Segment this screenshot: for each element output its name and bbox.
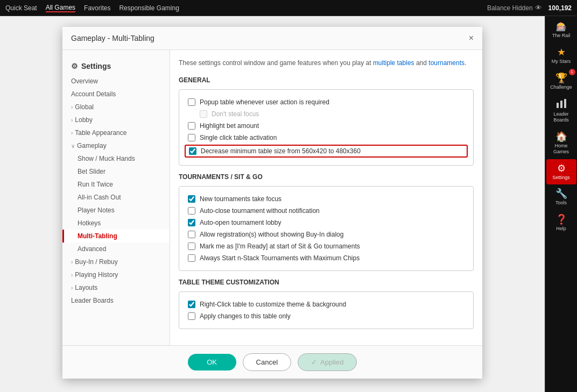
auto-close-tournament-checkbox[interactable] bbox=[188, 207, 195, 215]
always-start-nstack-label: Always Start n-Stack Tournaments with Ma… bbox=[200, 254, 360, 262]
challenge-badge: 1 bbox=[569, 69, 575, 75]
modal-footer: OK Cancel ✓ Applied bbox=[62, 345, 482, 379]
nav-item-table-appearance[interactable]: › Table Appearance bbox=[62, 126, 170, 139]
sidebar-item-home-games[interactable]: 🏠 Home Games bbox=[546, 127, 576, 159]
mark-ready-checkbox[interactable] bbox=[188, 243, 195, 250]
nav-item-hotkeys[interactable]: Hotkeys bbox=[62, 217, 170, 230]
tournaments-link[interactable]: tournaments bbox=[428, 59, 465, 67]
right-click-theme-checkbox[interactable] bbox=[188, 301, 195, 308]
section-title-tournaments: TOURNAMENTS / SIT & GO bbox=[179, 173, 474, 181]
main-layout: Gameplay - Multi-Tabling × ⚙ Settings Ov… bbox=[0, 16, 577, 392]
balance-amount: 100,192 bbox=[548, 4, 572, 12]
checkbox-decrease-min-size: Decrease minimum table size from 560x420… bbox=[185, 145, 468, 158]
nav-item-advanced[interactable]: Advanced bbox=[62, 243, 170, 255]
always-start-nstack-checkbox[interactable] bbox=[188, 254, 195, 262]
balance-hidden-label: Balance Hidden 👁 bbox=[487, 4, 542, 12]
nav-item-bet-slider[interactable]: Bet Slider bbox=[62, 165, 170, 178]
sidebar-item-label: Leader Boards bbox=[548, 111, 574, 123]
checkbox-dont-steal-focus: Don't steal focus bbox=[188, 108, 465, 120]
content-area: Gameplay - Multi-Tabling × ⚙ Settings Ov… bbox=[0, 16, 545, 392]
nav-item-global[interactable]: › Global bbox=[62, 101, 170, 113]
sidebar-item-settings[interactable]: ⚙ Settings bbox=[546, 159, 576, 185]
new-tournaments-focus-checkbox[interactable] bbox=[188, 195, 195, 203]
settings-icon: ⚙ bbox=[557, 163, 566, 173]
nav-item-overview[interactable]: Overview bbox=[62, 75, 170, 88]
nav-item-gameplay[interactable]: ∨ Gameplay bbox=[62, 139, 170, 152]
checkmark-icon: ✓ bbox=[311, 358, 317, 366]
topbar-favorites[interactable]: Favorites bbox=[84, 4, 110, 12]
nav-item-player-notes[interactable]: Player Notes bbox=[62, 204, 170, 217]
nav-item-all-in-cash-out[interactable]: All-in Cash Out bbox=[62, 191, 170, 204]
nav-item-multi-tabling[interactable]: Multi-Tabling bbox=[62, 230, 170, 243]
help-icon: ❓ bbox=[555, 215, 567, 224]
applied-button[interactable]: ✓ Applied bbox=[298, 353, 357, 371]
modal-title: Gameplay - Multi-Tabling bbox=[71, 34, 154, 42]
checkbox-mark-ready: Mark me as [I'm Ready] at start of Sit &… bbox=[188, 240, 465, 252]
sidebar-item-leader-boards[interactable]: Leader Boards bbox=[546, 94, 576, 127]
decrease-min-size-checkbox[interactable] bbox=[189, 147, 196, 155]
sidebar-item-label: Tools bbox=[555, 200, 567, 206]
chevron-down-icon: ∨ bbox=[71, 143, 75, 149]
sidebar-item-my-stars[interactable]: ★ My Stars bbox=[546, 43, 576, 69]
popup-table-label: Popup table whenever user action is requ… bbox=[200, 98, 329, 106]
auto-open-lobby-label: Auto-open tournament lobby bbox=[200, 219, 281, 226]
nav-item-show-muck-hands[interactable]: Show / Muck Hands bbox=[62, 152, 170, 165]
mark-ready-label: Mark me as [I'm Ready] at start of Sit &… bbox=[200, 243, 360, 250]
settings-modal: Gameplay - Multi-Tabling × ⚙ Settings Ov… bbox=[62, 27, 482, 379]
nav-item-playing-history[interactable]: › Playing History bbox=[62, 268, 170, 281]
dont-steal-focus-label: Don't steal focus bbox=[212, 110, 259, 118]
right-click-theme-label: Right-Click table to customize theme & b… bbox=[200, 301, 346, 308]
topbar-responsible-gaming[interactable]: Responsible Gaming bbox=[119, 4, 179, 12]
sidebar-item-help[interactable]: ❓ Help bbox=[546, 210, 576, 236]
nav-item-leader-boards[interactable]: Leader Boards bbox=[62, 294, 170, 307]
nav-item-run-it-twice[interactable]: Run It Twice bbox=[62, 178, 170, 191]
nav-item-layouts[interactable]: › Layouts bbox=[62, 281, 170, 294]
close-button[interactable]: × bbox=[469, 33, 474, 43]
decrease-min-size-label: Decrease minimum table size from 560x420… bbox=[201, 147, 361, 155]
section-title-general: GENERAL bbox=[179, 76, 474, 84]
right-sidebar: 🎰 The Rail ★ My Stars 🏆 1 Challenge Lead… bbox=[545, 16, 577, 392]
new-tournaments-focus-label: New tournaments take focus bbox=[200, 195, 282, 203]
svg-rect-0 bbox=[557, 103, 559, 108]
sidebar-item-label: Settings bbox=[552, 175, 570, 181]
top-bar-right: Balance Hidden 👁 100,192 bbox=[487, 4, 572, 12]
nav-item-account-details[interactable]: Account Details bbox=[62, 88, 170, 101]
multiple-tables-link[interactable]: multiple tables bbox=[373, 59, 414, 67]
single-click-checkbox[interactable] bbox=[188, 134, 195, 141]
single-click-label: Single click table activation bbox=[200, 134, 277, 141]
chevron-right-icon: › bbox=[71, 272, 73, 278]
ok-button[interactable]: OK bbox=[188, 354, 236, 370]
allow-registration-checkbox[interactable] bbox=[188, 231, 195, 238]
topbar-quick-seat[interactable]: Quick Seat bbox=[5, 4, 37, 12]
sidebar-item-label: Challenge bbox=[550, 84, 572, 90]
nav-item-buy-in-rebuy[interactable]: › Buy-In / Rebuy bbox=[62, 255, 170, 268]
modal-overlay: Gameplay - Multi-Tabling × ⚙ Settings Ov… bbox=[0, 16, 545, 392]
top-bar: Quick Seat All Games Favorites Responsib… bbox=[0, 0, 577, 16]
highlight-bet-checkbox[interactable] bbox=[188, 122, 195, 130]
section-box-table-theme: Right-Click table to customize theme & b… bbox=[179, 291, 474, 329]
auto-open-lobby-checkbox[interactable] bbox=[188, 219, 195, 226]
section-box-tournaments: New tournaments take focus Auto-close to… bbox=[179, 186, 474, 271]
sidebar-item-challenge[interactable]: 🏆 1 Challenge bbox=[546, 69, 576, 95]
sidebar-item-label: Help bbox=[556, 226, 566, 232]
cancel-button[interactable]: Cancel bbox=[243, 353, 291, 371]
apply-changes-table-checkbox[interactable] bbox=[188, 312, 195, 320]
tools-icon: 🔧 bbox=[555, 189, 567, 198]
checkbox-highlight-bet: Highlight bet amount bbox=[188, 120, 465, 132]
sidebar-item-label: The Rail bbox=[552, 33, 571, 39]
topbar-all-games[interactable]: All Games bbox=[46, 4, 75, 12]
svg-rect-2 bbox=[564, 99, 566, 108]
nav-item-lobby[interactable]: › Lobby bbox=[62, 113, 170, 126]
popup-table-checkbox[interactable] bbox=[188, 98, 195, 106]
eye-icon: 👁 bbox=[535, 4, 542, 12]
chevron-right-icon: › bbox=[71, 117, 73, 123]
modal-header: Gameplay - Multi-Tabling × bbox=[62, 27, 482, 50]
checkbox-apply-changes-table: Apply changes to this table only bbox=[188, 310, 465, 322]
dont-steal-focus-checkbox[interactable] bbox=[200, 110, 207, 118]
sidebar-item-tools[interactable]: 🔧 Tools bbox=[546, 184, 576, 210]
checkbox-single-click: Single click table activation bbox=[188, 132, 465, 144]
svg-rect-1 bbox=[560, 101, 562, 108]
chevron-right-icon: › bbox=[71, 285, 73, 291]
checkbox-auto-open-lobby: Auto-open tournament lobby bbox=[188, 217, 465, 229]
sidebar-item-the-rail[interactable]: 🎰 The Rail bbox=[546, 18, 576, 43]
